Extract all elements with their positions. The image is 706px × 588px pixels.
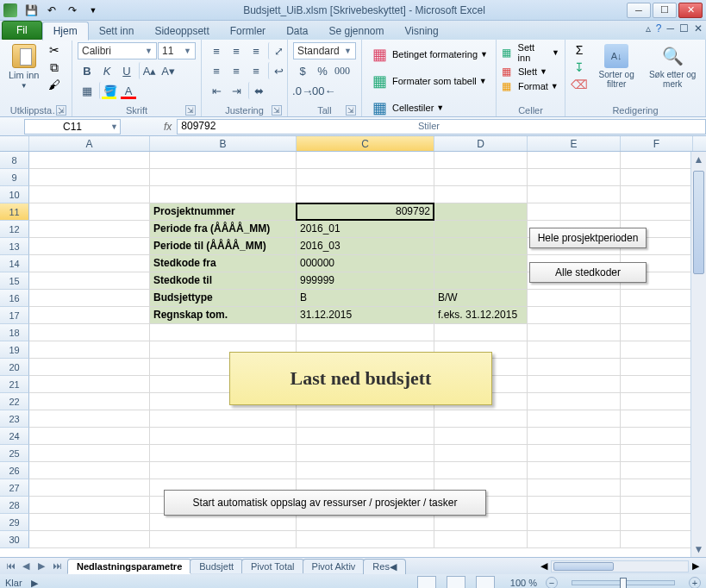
cell-C24[interactable] bbox=[297, 428, 434, 445]
align-center-icon[interactable]: ≡ bbox=[227, 62, 246, 79]
align-middle-icon[interactable]: ≡ bbox=[227, 42, 246, 59]
wrap-text-icon[interactable]: ↩ bbox=[268, 62, 287, 79]
hele-prosjektperioden-button[interactable]: Hele prosjektperioden bbox=[529, 228, 647, 248]
cell-B23[interactable] bbox=[150, 410, 297, 428]
vscroll-thumb[interactable] bbox=[693, 171, 704, 274]
cell-E25[interactable] bbox=[528, 445, 621, 462]
horizontal-scrollbar[interactable] bbox=[551, 560, 689, 572]
col-header-E[interactable]: E bbox=[528, 136, 621, 151]
cell-A14[interactable] bbox=[29, 255, 150, 272]
cell-E27[interactable] bbox=[528, 479, 621, 497]
cell-E28[interactable] bbox=[528, 497, 621, 514]
cell-B25[interactable] bbox=[150, 445, 297, 462]
cell-F29[interactable] bbox=[621, 514, 693, 531]
col-header-D[interactable]: D bbox=[434, 136, 528, 151]
hscroll-right-icon[interactable]: ▶ bbox=[689, 560, 703, 572]
cell-B9[interactable] bbox=[150, 169, 297, 186]
cell-B12[interactable]: Periode fra (ÅÅÅÅ_MM) bbox=[150, 221, 297, 238]
help-icon[interactable]: ? bbox=[656, 22, 662, 34]
cell-C9[interactable] bbox=[297, 169, 434, 186]
workbook-close-icon[interactable]: ✕ bbox=[694, 22, 703, 34]
row-header-27[interactable]: 27 bbox=[0, 479, 29, 497]
cell-A13[interactable] bbox=[29, 238, 150, 255]
align-left-icon[interactable]: ≡ bbox=[207, 62, 226, 79]
align-top-icon[interactable]: ≡ bbox=[207, 42, 226, 59]
cell-B13[interactable]: Periode til (ÅÅÅÅ_MM) bbox=[150, 238, 297, 255]
cell-E16[interactable] bbox=[528, 290, 621, 307]
cell-B16[interactable]: Budsjettype bbox=[150, 290, 297, 307]
format-cells-button[interactable]: Format bbox=[518, 81, 548, 91]
cell-C14[interactable]: 000000 bbox=[297, 255, 434, 272]
row-header-17[interactable]: 17 bbox=[0, 307, 29, 324]
align-bottom-icon[interactable]: ≡ bbox=[247, 42, 266, 59]
sheet-tab-budsjett[interactable]: Budsjett bbox=[190, 559, 243, 573]
cell-E9[interactable] bbox=[528, 169, 621, 186]
merge-button[interactable]: ⬌ bbox=[248, 82, 267, 99]
cell-B18[interactable] bbox=[150, 324, 297, 341]
orientation-icon[interactable]: ⤢ bbox=[268, 42, 287, 59]
copy-icon[interactable]: ⧉ bbox=[46, 59, 63, 75]
normal-view-button[interactable] bbox=[417, 576, 436, 588]
start-oppslag-button[interactable]: Start automatisk oppslag av ressurser / … bbox=[164, 490, 486, 516]
cell-C25[interactable] bbox=[297, 445, 434, 462]
cell-D25[interactable] bbox=[434, 445, 528, 462]
col-header-B[interactable]: B bbox=[150, 136, 297, 151]
cell-A30[interactable] bbox=[29, 531, 150, 548]
cut-icon[interactable]: ✂ bbox=[46, 42, 63, 58]
minimize-button[interactable]: ─ bbox=[627, 3, 651, 18]
row-header-18[interactable]: 18 bbox=[0, 324, 29, 341]
cell-F8[interactable] bbox=[621, 152, 693, 169]
cell-C12[interactable]: 2016_01 bbox=[297, 221, 434, 238]
decrease-indent-icon[interactable]: ⇤ bbox=[207, 82, 226, 99]
workbook-restore-icon[interactable]: ☐ bbox=[679, 22, 689, 34]
cell-A24[interactable] bbox=[29, 428, 150, 445]
cell-F9[interactable] bbox=[621, 169, 693, 186]
cell-B29[interactable] bbox=[150, 514, 297, 531]
tab-layout[interactable]: Sideoppsett bbox=[144, 22, 219, 40]
insert-cells-button[interactable]: Sett inn bbox=[518, 42, 549, 63]
sheet-nav-first-icon[interactable]: ⏮ bbox=[3, 560, 17, 572]
cell-D12[interactable] bbox=[434, 221, 528, 238]
cell-D24[interactable] bbox=[434, 428, 528, 445]
cell-F10[interactable] bbox=[621, 186, 693, 203]
cell-D9[interactable] bbox=[434, 169, 528, 186]
cell-D26[interactable] bbox=[434, 462, 528, 479]
cell-C16[interactable]: B bbox=[297, 290, 434, 307]
maximize-button[interactable]: ☐ bbox=[653, 3, 677, 18]
italic-button[interactable]: K bbox=[97, 62, 116, 79]
decrease-decimal-icon[interactable]: .00← bbox=[313, 82, 332, 99]
font-launcher-icon[interactable]: ⇲ bbox=[185, 105, 196, 116]
sheet-nav-prev-icon[interactable]: ◀ bbox=[19, 560, 33, 572]
delete-cells-button[interactable]: Slett bbox=[518, 66, 537, 77]
col-header-C[interactable]: C bbox=[297, 136, 434, 151]
row-header-14[interactable]: 14 bbox=[0, 255, 29, 272]
sheet-tab-res[interactable]: Res◀ bbox=[363, 559, 406, 574]
cell-C10[interactable] bbox=[297, 186, 434, 203]
cell-D23[interactable] bbox=[434, 410, 528, 428]
cell-A26[interactable] bbox=[29, 462, 150, 479]
number-format-combo[interactable]: Standard▼ bbox=[293, 42, 356, 59]
row-header-28[interactable]: 28 bbox=[0, 497, 29, 514]
find-select-button[interactable]: 🔍 Søk etter og merk bbox=[645, 42, 700, 91]
cell-A22[interactable] bbox=[29, 393, 150, 410]
close-button[interactable]: ✕ bbox=[678, 3, 703, 18]
bold-button[interactable]: B bbox=[78, 62, 97, 79]
cell-A12[interactable] bbox=[29, 221, 150, 238]
cell-F23[interactable] bbox=[621, 410, 693, 428]
sheet-tab-pivot-aktiv[interactable]: Pivot Aktiv bbox=[303, 559, 365, 573]
fx-icon[interactable]: fx bbox=[164, 121, 172, 133]
cell-C23[interactable] bbox=[297, 410, 434, 428]
cell-F16[interactable] bbox=[621, 290, 693, 307]
cell-E8[interactable] bbox=[528, 152, 621, 169]
select-all-button[interactable] bbox=[0, 136, 29, 151]
row-header-26[interactable]: 26 bbox=[0, 462, 29, 479]
accounting-format-icon[interactable]: $ bbox=[293, 62, 312, 79]
tab-view[interactable]: Visning bbox=[395, 22, 449, 40]
cell-F11[interactable] bbox=[621, 203, 693, 221]
cell-F19[interactable] bbox=[621, 341, 693, 359]
comma-format-icon[interactable]: 000 bbox=[333, 62, 352, 79]
font-name-combo[interactable]: Calibri▼ bbox=[78, 42, 157, 59]
name-box[interactable]: C11▼ bbox=[24, 119, 121, 134]
cell-E24[interactable] bbox=[528, 428, 621, 445]
ribbon-minimize-icon[interactable]: ▵ bbox=[646, 22, 651, 34]
